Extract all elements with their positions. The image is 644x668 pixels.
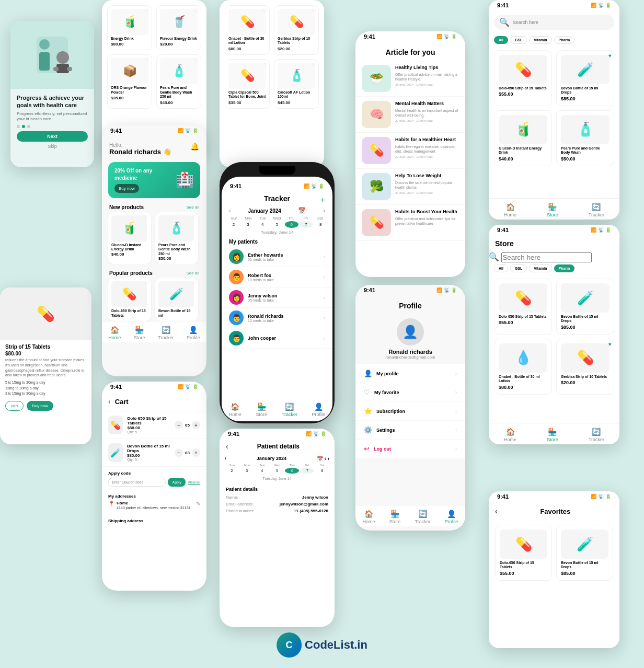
settings-menu-item[interactable]: ⚙️ Settings › [355,421,465,439]
filter-pharm[interactable]: Pharm [554,264,575,272]
nav-home[interactable]: 🏠 Home [504,203,516,217]
nav-tracker[interactable]: 🔄 Tracker [589,203,604,217]
product-card[interactable]: ♡ 🧃 Glucon-D Instant Energy Drink $40.00 [108,212,151,264]
wishlist-icon[interactable]: ♥ [608,53,612,59]
nav-profile[interactable]: 👤 Profile [445,510,458,524]
nav-home[interactable]: 🏠 Home [108,326,121,340]
skip-button[interactable]: Skip [17,144,88,149]
patient-row[interactable]: 👩 Jenny wilson 05 meds to take › [222,287,332,308]
wishlist-icon[interactable]: ♡ [194,8,199,14]
nav-store[interactable]: 🏪 Store [547,203,558,217]
filter-vitamin[interactable]: Vitamin [529,264,551,272]
cal-day-8[interactable]: 8 [314,221,327,228]
logout-menu-item[interactable]: ↩ Log out › [355,440,465,458]
patient-row[interactable]: 👨 John cooper › [222,328,332,349]
search-input[interactable] [513,20,609,25]
my-favorite-menu-item[interactable]: ♡ My favorite › [355,383,465,401]
search-input[interactable] [501,252,592,262]
cal-next[interactable]: › [323,207,325,214]
qty-decrease[interactable]: − [175,421,183,429]
product-card[interactable]: ♡ 🧴 Pears Pure and Gentle Body Wash 250 … [156,54,201,108]
buy-now-button[interactable]: Buy now [27,401,53,411]
nav-profile[interactable]: 👤 Profile [187,326,200,340]
product-card[interactable]: ♡ 💊 Cipla Cipscal 500 Tablet for Bone, J… [225,59,270,109]
nav-store[interactable]: 🏪 Store [547,428,558,442]
nav-profile[interactable]: 👤 Profile [312,402,326,417]
nav-tracker[interactable]: 🔄 Tracker [282,402,297,417]
wishlist-icon[interactable]: ♡ [145,8,150,14]
product-card[interactable]: ♡ 💊 Onabet - Bottle of 30 ml Lotion $80.… [225,5,270,55]
product-card[interactable]: ♡ 🧃 Energy Drink $80.00 [107,5,152,50]
nav-tracker[interactable]: 🔄 Tracker [589,428,604,442]
favorite-product-card[interactable]: 💊 Dolo-650 Strip of 15 Tablets $55.00 [495,525,552,581]
cal-day-6-today[interactable]: 6 [285,221,298,228]
edit-address-icon[interactable]: ✎ [196,501,200,506]
cal-day-5[interactable]: 5 [270,221,284,228]
my-profile-menu-item[interactable]: 👤 My profile › [355,364,465,383]
store-product-card[interactable]: 🧃 Glucon-D Instant Energy Drink $40.00 [494,110,552,166]
wishlist-icon[interactable]: ♡ [145,57,150,63]
bell-icon[interactable]: 🔔 [190,142,199,151]
store-product-card[interactable]: 🧪 Bevon Bottle of 15 ml Drops $85.00 [556,279,614,335]
popular-products-see-all[interactable]: See all [187,271,199,275]
cal-day-2[interactable]: 2 [227,221,240,228]
wishlist-icon[interactable]: ♡ [194,57,199,63]
nav-store[interactable]: 🏪 Store [256,402,268,417]
new-products-see-all[interactable]: See all [187,205,199,210]
nav-tracker[interactable]: 🔄 Tracker [415,510,431,524]
product-card[interactable]: ♡ 💊 Gerbisa Strip of 10 Tablets $20.00 [274,5,319,55]
product-card[interactable]: ♡ 🧪 Bevon Bottle of 15 ml [155,278,198,321]
store-product-card[interactable]: 💊 Dolo-650 Strip of 15 Tablets $55.00 [494,279,552,335]
patient-row[interactable]: 👩 Esther howards 01 meds to take › [222,247,332,267]
qty-decrease[interactable]: − [175,448,183,457]
filter-vitamin[interactable]: Vitamin [529,36,551,44]
product-card[interactable]: ♡ 🧴 Calosoft AF Lotion 100ml $45.00 [274,59,319,109]
product-card[interactable]: ♡ 📦 ORS Orange Flavour Powder $35.00 [107,54,152,108]
store-product-card[interactable]: 💊 Dolo-650 Strip of 15 Tablets $55.00 [494,50,552,106]
wishlist-icon[interactable]: ♥ [608,341,612,347]
view-all-coupons[interactable]: View all [188,478,200,487]
back-button[interactable]: ‹ [108,397,111,406]
filter-gsl[interactable]: GSL [510,36,527,44]
product-card[interactable]: ♡ 💊 Dolo-650 Strip of 15 Tablets [108,278,151,321]
store-product-card[interactable]: ♥ 🧪 Bevon Bottle of 15 ml Drops $85.00 [556,50,614,106]
wishlist-icon[interactable]: ♡ [145,214,149,220]
nav-home[interactable]: 🏠 Home [504,428,516,442]
next-button[interactable]: Next [17,131,88,142]
cal-day-3[interactable]: 3 [242,221,255,228]
store-product-card[interactable]: 💧 Onabet - Bottle of 30 ml Lotion $80.00 [494,339,552,395]
article-card[interactable]: 💊 Habits for a Healthier Heart habits li… [355,133,465,169]
patient-row[interactable]: 👨 Ronald richards 12 meds to take › [222,308,332,328]
subscription-menu-item[interactable]: ⭐ Subscription › [355,402,465,420]
nav-store[interactable]: 🏪 Store [134,326,145,340]
add-button[interactable]: + [320,195,325,205]
wishlist-icon[interactable]: ♡ [262,8,267,14]
patient-row[interactable]: 👨 Robert fox 10 meds to take › [222,267,332,287]
cal-prev[interactable]: ‹ [229,207,231,214]
wishlist-icon[interactable]: ♡ [312,8,316,14]
product-card[interactable]: ♡ 🥤 Flavour Energy Drink $20.00 [156,5,201,50]
promo-buy-button[interactable]: Buy now [114,184,139,193]
wishlist-icon[interactable]: ♡ [312,62,316,67]
wishlist-icon[interactable]: ♡ [192,280,196,285]
wishlist-icon[interactable]: ♡ [262,62,267,67]
filter-pharm[interactable]: Pharm [554,36,575,44]
nav-home[interactable]: 🏠 Home [363,510,375,524]
article-card[interactable]: 🥗 Healthy Living Tips Offer practical ad… [355,61,465,97]
article-card[interactable]: 🥦 Help To Lose Weight Discuss the scienc… [355,169,465,205]
nav-tracker[interactable]: 🔄 Tracker [158,326,174,340]
article-card[interactable]: 💊 Habits to Boost Your Health Offer prac… [355,205,465,241]
add-to-cart-button[interactable]: cart [5,401,24,411]
cal-day-7[interactable]: 7 [300,221,313,228]
wishlist-icon[interactable]: ♡ [192,214,196,220]
apply-coupon-button[interactable]: Apply [168,478,186,487]
filter-all[interactable]: All [494,36,508,44]
product-card[interactable]: ♡ 🧴 Pears Pure and Gentle Body Wash 250 … [155,212,198,264]
qty-increase[interactable]: + [192,421,200,429]
nav-home[interactable]: 🏠 Home [229,402,242,417]
favorite-product-card[interactable]: 🧪 Bevon Bottle of 15 ml Drops $85.00 [556,525,613,581]
filter-all[interactable]: All [494,264,508,272]
store-product-card[interactable]: ♥ 💊 Gerbisa Strip of 10 Tablets $20.00 [556,339,614,395]
nav-store[interactable]: 🏪 Store [389,510,401,524]
filter-gsl[interactable]: GSL [510,264,527,272]
